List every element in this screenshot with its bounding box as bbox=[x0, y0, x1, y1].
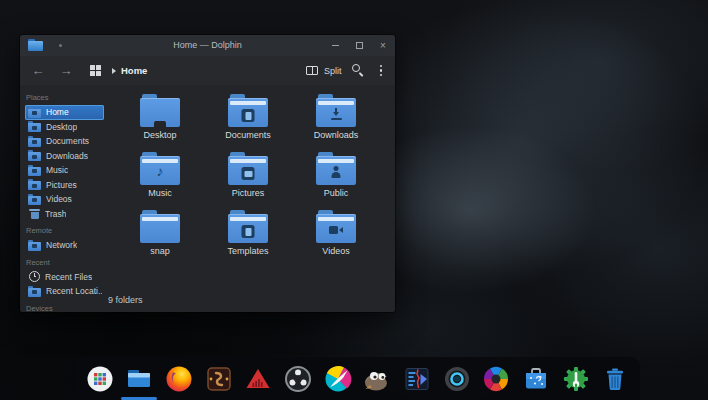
dock-app-ardour[interactable] bbox=[204, 364, 234, 394]
aperture-pinwheel-icon bbox=[481, 364, 511, 394]
krita-icon bbox=[323, 364, 353, 394]
toolbar: ← → Home Split bbox=[20, 56, 395, 85]
gimp-icon bbox=[362, 364, 392, 394]
file-item-snap[interactable]: snap bbox=[116, 207, 204, 265]
dock-app-firefox[interactable] bbox=[164, 364, 194, 394]
dock-app-trash[interactable] bbox=[600, 364, 630, 394]
dolphin-window: Home — Dolphin × ← → Home Split Places bbox=[20, 35, 395, 312]
sidebar-item-home[interactable]: Home bbox=[25, 105, 104, 120]
section-header-remote: Remote bbox=[26, 226, 112, 235]
file-item-documents[interactable]: Documents bbox=[204, 91, 292, 149]
places-panel: Places Home Desktop Documents Downloads … bbox=[20, 85, 112, 312]
forward-button[interactable]: → bbox=[56, 56, 76, 85]
folder-icon-snap bbox=[140, 210, 180, 243]
back-button[interactable]: ← bbox=[28, 56, 48, 85]
user-emblem-icon bbox=[331, 166, 342, 179]
file-item-public[interactable]: Public bbox=[292, 149, 380, 207]
maximize-button[interactable] bbox=[353, 40, 365, 52]
dock bbox=[75, 357, 640, 400]
file-item-videos[interactable]: Videos bbox=[292, 207, 380, 265]
close-button[interactable]: × bbox=[377, 40, 389, 52]
window-content: Places Home Desktop Documents Downloads … bbox=[20, 85, 395, 312]
sidebar-item-music[interactable]: Music bbox=[25, 163, 104, 178]
folder-icon bbox=[28, 150, 41, 161]
file-item-templates[interactable]: Templates bbox=[204, 207, 292, 265]
section-header-devices: Devices bbox=[26, 304, 112, 313]
titlebar[interactable]: Home — Dolphin × bbox=[20, 35, 395, 56]
firefox-icon bbox=[164, 364, 194, 394]
desktop: { "window": { "title": "Home — Dolphin",… bbox=[0, 0, 708, 400]
folder-icon-music: ♪ bbox=[140, 152, 180, 185]
folder-icon bbox=[28, 165, 41, 176]
sidebar-item-recent-files[interactable]: Recent Files bbox=[25, 270, 104, 285]
folder-icon-videos bbox=[316, 210, 356, 243]
dock-app-obs[interactable] bbox=[283, 364, 313, 394]
folder-icon bbox=[28, 107, 41, 118]
file-item-pictures[interactable]: Pictures bbox=[204, 149, 292, 207]
breadcrumb-caret-icon bbox=[112, 68, 116, 74]
ardour-icon bbox=[204, 364, 234, 394]
dock-app-krita[interactable] bbox=[323, 364, 353, 394]
search-button[interactable] bbox=[352, 64, 365, 77]
search-icon bbox=[352, 64, 360, 72]
folder-icon-downloads bbox=[316, 94, 356, 127]
network-folder-icon bbox=[28, 240, 41, 251]
statusbar-text: 9 folders bbox=[108, 295, 143, 305]
breadcrumb[interactable]: Home bbox=[112, 56, 147, 85]
folder-icon-documents bbox=[228, 94, 268, 127]
video-emblem-icon bbox=[329, 226, 343, 234]
dock-app-discover[interactable] bbox=[521, 364, 551, 394]
music-emblem-icon: ♪ bbox=[157, 164, 164, 178]
folder-icon bbox=[28, 121, 41, 132]
breadcrumb-label[interactable]: Home bbox=[121, 65, 147, 76]
download-emblem-icon bbox=[330, 108, 342, 122]
file-manager-icon bbox=[124, 364, 154, 394]
dock-app-audio-triangle[interactable] bbox=[243, 364, 273, 394]
sidebar-item-pictures[interactable]: Pictures bbox=[25, 178, 104, 193]
split-label: Split bbox=[324, 66, 342, 76]
dock-app-photo-aperture[interactable] bbox=[481, 364, 511, 394]
dock-app-video-editor[interactable] bbox=[402, 364, 432, 394]
sidebar-item-downloads[interactable]: Downloads bbox=[25, 149, 104, 164]
dock-app-file-manager[interactable] bbox=[124, 364, 154, 394]
running-indicator bbox=[121, 397, 157, 400]
image-emblem-icon bbox=[242, 167, 255, 180]
maximize-icon bbox=[356, 42, 363, 49]
file-grid: Desktop Documents Downloads ♪ bbox=[116, 91, 380, 265]
sidebar-item-documents[interactable]: Documents bbox=[25, 134, 104, 149]
sidebar-item-videos[interactable]: Videos bbox=[25, 192, 104, 207]
sidebar-item-trash[interactable]: Trash bbox=[25, 207, 104, 222]
section-header-places: Places bbox=[26, 93, 112, 102]
obs-studio-icon bbox=[283, 364, 313, 394]
menu-kebab-icon[interactable] bbox=[375, 64, 387, 77]
sidebar-item-desktop[interactable]: Desktop bbox=[25, 120, 104, 135]
trash-can-icon bbox=[600, 364, 630, 394]
view-mode-icon[interactable] bbox=[90, 65, 101, 76]
sidebar-item-recent-locations[interactable]: Recent Locati... bbox=[25, 284, 104, 299]
file-item-music[interactable]: ♪ Music bbox=[116, 149, 204, 207]
dock-app-gimp[interactable] bbox=[362, 364, 392, 394]
red-triangle-audio-icon bbox=[243, 364, 273, 394]
file-item-desktop[interactable]: Desktop bbox=[116, 91, 204, 149]
window-controls: × bbox=[329, 35, 389, 56]
clock-icon bbox=[29, 271, 40, 282]
file-item-downloads[interactable]: Downloads bbox=[292, 91, 380, 149]
minimize-button[interactable] bbox=[329, 40, 341, 52]
dock-app-camera-lens[interactable] bbox=[442, 364, 472, 394]
folder-icon-pictures bbox=[228, 152, 268, 185]
folder-icon-desktop bbox=[140, 94, 180, 127]
trash-icon bbox=[29, 208, 40, 219]
minimize-icon bbox=[332, 45, 339, 47]
camera-lens-icon bbox=[442, 364, 472, 394]
dock-app-settings[interactable] bbox=[561, 364, 591, 394]
split-button[interactable]: Split bbox=[306, 56, 342, 85]
sidebar-item-network[interactable]: Network bbox=[25, 238, 104, 253]
dock-app-launcher[interactable] bbox=[85, 364, 115, 394]
folder-icon bbox=[28, 179, 41, 190]
folder-icon-templates bbox=[228, 210, 268, 243]
folder-icon bbox=[28, 136, 41, 147]
settings-gear-wrench-icon bbox=[561, 364, 591, 394]
waveform-editor-icon bbox=[402, 364, 432, 394]
folder-icon-public bbox=[316, 152, 356, 185]
discover-toolbox-icon bbox=[521, 364, 551, 394]
